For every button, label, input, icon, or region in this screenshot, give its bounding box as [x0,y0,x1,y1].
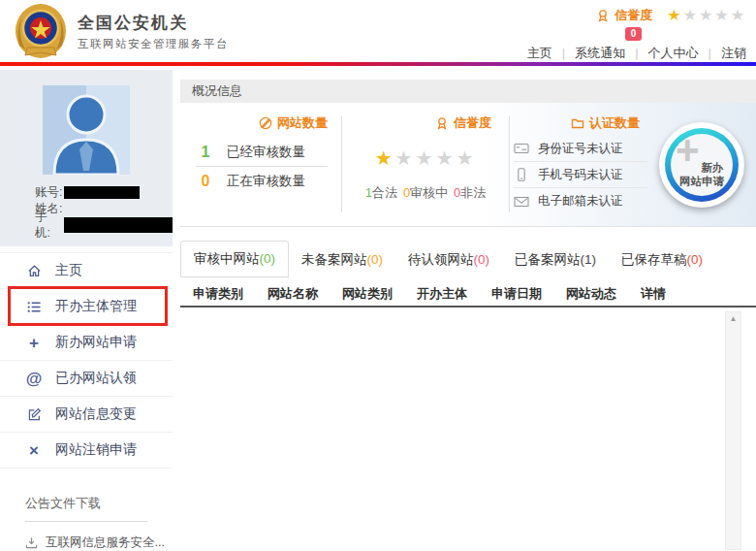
user-info-label: 手机: [35,209,62,242]
main-content: 概况信息 网站数量 1已经审核数量0正在审核数量 [180,70,756,551]
nav-separator: | [625,46,647,60]
tab-已保存草稿[interactable]: 已保存草稿(0) [609,243,715,277]
site-count-row: 1已经审核数量 [196,138,328,167]
button-ring: + 新办 网站申请 [665,128,739,202]
star-icon: ★ [416,147,436,169]
nav-link[interactable]: 主页 [527,46,552,60]
reputation-label: 信誉度 [614,7,652,24]
table-column-header: 详情 [628,285,703,303]
user-info-row: 姓名: [0,201,173,216]
tab-label: 已保存草稿 [621,252,687,267]
table-header-row: 申请类别网站名称网站类别开办主体申请日期网站动态详情 [180,281,756,308]
download-link-label: 互联网信息服务安全... [46,535,165,551]
sidebar-item[interactable]: 主页 [0,253,173,289]
tab-count: (0) [474,252,490,267]
star-icon: ★ [456,147,476,169]
new-site-button-area: + 新办 网站申请 [647,103,756,226]
stat-value: 1 [365,185,372,200]
sidebar-item[interactable]: 开办主体管理 [0,289,173,325]
stat-label: 非法 [460,185,486,200]
site-count-label: 已经审核数量 [227,144,305,161]
overview-reputation-stars: ★★★★★ [342,148,509,168]
table-column-header: 网站名称 [255,285,330,303]
sidebar-item-label: 开办主体管理 [55,298,137,315]
reputation-column: 信誉度 ★★★★★ 1合法0审核中0非法 [342,103,509,226]
table-column-header: 申请类别 [180,285,255,303]
scroll-up-icon[interactable]: ▲ [726,312,740,326]
downloads-section: 公告文件下载 互联网信息服务安全...全国公安机关互联网... [0,494,173,551]
globe-pen-icon [259,116,272,130]
button-label-line1: 新办 [673,161,731,175]
titles: 全国公安机关 互联网站安全管理服务平台 [78,12,229,51]
cert-row-label: 电子邮箱未认证 [538,193,623,210]
site-count-label: 正在审核数量 [227,173,305,190]
medal-icon [596,9,610,22]
sidebar-item[interactable]: +新办网站申请 [0,325,173,361]
cert-row: 身份证号未认证 [514,136,647,162]
phone-icon [514,168,529,181]
button-label-line2: 网站申请 [673,175,731,188]
sidebar-item[interactable]: @已办网站认领 [0,361,173,397]
top-nav: 主页|系统通知|个人中心|注销 [527,45,746,62]
cert-row-label: 身份证号未认证 [538,141,623,157]
tab-待认领网站[interactable]: 待认领网站(0) [395,243,502,277]
tab-label: 已备案网站 [515,252,581,267]
tab-label: 未备案网站 [301,252,367,267]
cert-count-header: 认证数量 [510,114,647,132]
medal-icon [435,116,449,130]
tab-count: (0) [260,251,276,266]
reputation-stat: 1合法 [365,184,397,202]
downloads-title: 公告文件下载 [25,495,147,522]
sidebar-item-label: 新办网站申请 [55,334,137,351]
overview-reputation-header: 信誉度 [342,114,509,132]
star-icon: ★ [714,7,730,23]
sidebar: 账号:姓名:手机: 主页开办主体管理+新办网站申请@已办网站认领网站信息变更×网… [0,70,173,551]
site-title: 全国公安机关 [78,12,229,34]
nav-link[interactable]: 系统通知 [575,46,625,60]
download-link[interactable]: 互联网信息服务安全... [25,535,173,551]
cert-row-label: 手机号码未认证 [538,167,623,183]
star-icon: ★ [395,147,416,169]
reputation-stars: ★★★★★ [667,8,746,23]
sidebar-item-label: 已办网站认领 [55,370,137,387]
mail-icon [514,195,529,209]
folder-icon [571,116,584,130]
redacted-value [64,186,140,199]
new-site-apply-button[interactable]: + 新办 网站申请 [659,122,744,208]
table-scrollbar[interactable]: ▲ [725,311,741,550]
site-count-value: 1 [196,144,215,161]
site-count-title: 网站数量 [277,114,328,132]
avatar [43,85,130,175]
reputation-row: 信誉度 ★★★★★ [596,7,746,24]
nav-link[interactable]: 注销 [721,46,746,60]
overview-panel: 网站数量 1已经审核数量0正在审核数量 信誉度 ★★★★★ [180,103,756,227]
tab-已备案网站[interactable]: 已备案网站(1) [502,243,609,277]
notification-badge: 0 [625,27,642,41]
cert-count-title: 认证数量 [589,114,640,132]
id-card-icon [514,142,529,155]
stat-label: 合法 [372,185,397,200]
sidebar-item[interactable]: ×网站注销申请 [0,433,173,469]
tab-审核中网站[interactable]: 审核中网站(0) [180,241,289,277]
nav-link[interactable]: 个人中心 [648,46,699,60]
site-count-row: 0正在审核数量 [196,167,328,196]
page: 全国公安机关 互联网站安全管理服务平台 信誉度 ★★★★★ 0 主页|系统通知|… [0,0,756,551]
header: 全国公安机关 互联网站安全管理服务平台 信誉度 ★★★★★ 0 主页|系统通知|… [0,0,756,62]
table-column-header: 网站类别 [330,285,404,303]
redacted-value [64,217,173,233]
list-icon [25,299,43,314]
header-right: 信誉度 ★★★★★ 0 主页|系统通知|个人中心|注销 [527,1,746,62]
sidebar-menu: 主页开办主体管理+新办网站申请@已办网站认领网站信息变更×网站注销申请 [0,252,173,469]
user-info: 账号:姓名:手机: [0,184,173,233]
overview-title: 概况信息 [192,83,242,98]
sidebar-item-label: 网站信息变更 [55,405,137,423]
tab-未备案网站[interactable]: 未备案网站(0) [289,243,395,277]
reputation-stat: 0非法 [454,184,486,202]
sidebar-item[interactable]: 网站信息变更 [0,397,173,433]
cert-count-rows: 身份证号未认证手机号码未认证电子邮箱未认证 [510,136,647,214]
close-icon: × [25,442,43,458]
site-subtitle: 互联网站安全管理服务平台 [78,37,229,51]
overview-reputation-title: 信誉度 [454,114,491,132]
star-icon: ★ [375,147,395,169]
download-icon [25,536,38,549]
